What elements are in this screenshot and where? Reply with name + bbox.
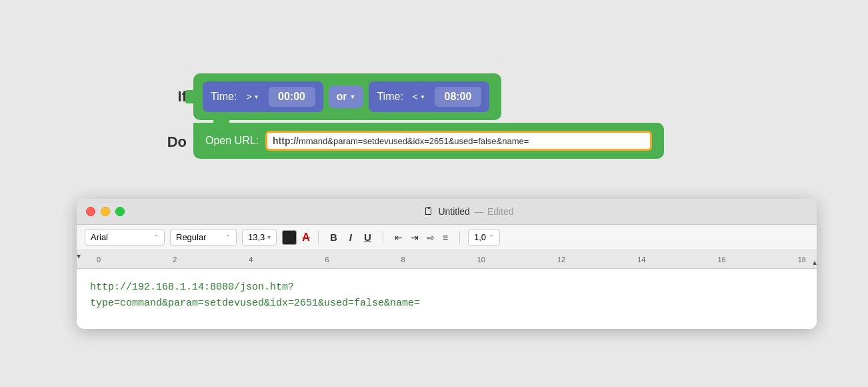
font-family-select[interactable]: Arial (85, 229, 165, 246)
editor-window: 🗒 Untitled — Edited Arial Regular 13,3 A… (77, 199, 817, 329)
time-value-1[interactable]: 00:00 (269, 87, 315, 107)
font-size-select[interactable]: 13,3 (242, 229, 277, 246)
window-title-text: Untitled (438, 206, 469, 217)
line-height-select[interactable]: 1,0 (468, 229, 500, 246)
title-edited: Edited (487, 206, 514, 217)
ruler: ▾ 0 2 4 6 8 10 12 14 16 18 ▴ (77, 250, 817, 269)
condition2-block: Time: < 08:00 (369, 81, 489, 112)
text-color-picker[interactable] (282, 230, 297, 245)
editor-toolbar: Arial Regular 13,3 A B I U ⇤ ⇥ ⇨ ≡ 1,0 (77, 225, 817, 250)
window-title-area: 🗒 Untitled — Edited (130, 206, 807, 218)
ruler-num-0: 0 (97, 256, 101, 264)
underline-button[interactable]: U (361, 230, 375, 244)
align-left-button[interactable]: ⇤ (391, 230, 406, 245)
open-url-label: Open URL: (205, 135, 259, 147)
ruler-num-8: 8 (401, 256, 405, 264)
time-label-1: Time: (211, 91, 237, 103)
window-titlebar: 🗒 Untitled — Edited (77, 199, 817, 225)
operator1-dropdown[interactable]: > (241, 89, 264, 105)
line-height-value: 1,0 (474, 232, 486, 242)
ruler-num-2: 2 (173, 256, 177, 264)
alignment-group: ⇤ ⇥ ⇨ ≡ (391, 230, 451, 245)
ruler-num-12: 12 (557, 256, 565, 264)
url-prefix: http:// (273, 135, 299, 146)
ruler-num-4: 4 (249, 256, 253, 264)
font-style-value: Regular (176, 232, 207, 242)
do-block: Open URL: http:// mmand&param=setdevused… (193, 123, 664, 159)
font-family-value: Arial (91, 232, 108, 242)
close-button[interactable] (86, 207, 95, 216)
italic-button[interactable]: I (346, 230, 355, 244)
minimize-button[interactable] (101, 207, 110, 216)
or-connector[interactable]: or (329, 85, 364, 108)
toolbar-separator-1 (318, 231, 319, 244)
if-block: Time: > 00:00 or Time: < 08:00 (193, 73, 501, 120)
maximize-button[interactable] (115, 207, 125, 216)
strikethrough-button[interactable]: A (302, 232, 310, 244)
document-icon: 🗒 (423, 206, 434, 218)
bold-button[interactable]: B (327, 230, 341, 244)
ruler-num-18: 18 (798, 256, 806, 264)
if-row: If Time: > 00:00 or Time: < 08:00 (153, 73, 700, 120)
ruler-left-arrow: ▾ (77, 250, 81, 268)
url-body: mmand&param=setdevused&idx=2651&used=fal… (299, 136, 529, 146)
toolbar-separator-2 (383, 231, 383, 244)
if-label: If (153, 88, 187, 105)
puzzle-tab (213, 116, 229, 124)
toolbar-separator-3 (459, 231, 460, 244)
align-right-button[interactable]: ⇨ (423, 230, 438, 245)
ruler-num-6: 6 (325, 256, 329, 264)
do-row: Do Open URL: http:// mmand&param=setdevu… (153, 125, 700, 159)
url-input[interactable]: http:// mmand&param=setdevused&idx=2651&… (265, 131, 652, 151)
ruler-num-16: 16 (717, 256, 725, 264)
title-separator: — (474, 206, 483, 217)
font-style-select[interactable]: Regular (170, 229, 237, 246)
automation-area: If Time: > 00:00 or Time: < 08:00 Do Ope… (153, 73, 700, 164)
editor-content[interactable]: http://192.168.1.14:8080/json.htm? type=… (77, 269, 817, 329)
ruler-right-arrow: ▴ (813, 250, 817, 268)
ruler-num-10: 10 (477, 256, 485, 264)
time-value-2[interactable]: 08:00 (435, 87, 481, 107)
condition1-block: Time: > 00:00 (203, 81, 323, 112)
align-justify-button[interactable]: ≡ (439, 230, 451, 245)
ruler-numbers: 0 2 4 6 8 10 12 14 16 18 (86, 256, 817, 264)
ruler-num-14: 14 (637, 256, 645, 264)
time-label-2: Time: (377, 91, 403, 103)
url-line-2: type=command&param=setdevused&idx=2651&u… (90, 296, 803, 312)
url-line-1: http://192.168.1.14:8080/json.htm? (90, 280, 803, 296)
do-label: Do (153, 133, 187, 151)
operator2-dropdown[interactable]: < (407, 89, 431, 105)
align-center-button[interactable]: ⇥ (407, 230, 422, 245)
font-size-value: 13,3 (248, 232, 265, 242)
